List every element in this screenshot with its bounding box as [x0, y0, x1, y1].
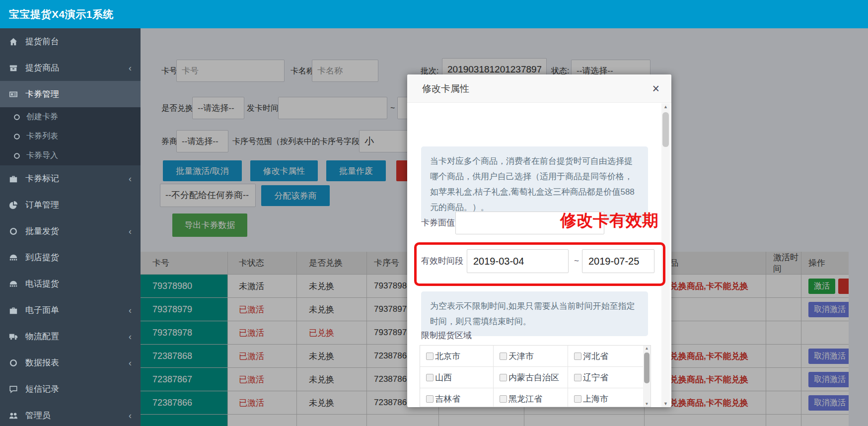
region-checkbox[interactable]: [500, 353, 507, 360]
region-option[interactable]: 天津市: [494, 346, 568, 367]
region-option[interactable]: 山西: [420, 367, 494, 388]
region-option[interactable]: 黑龙江省: [494, 388, 568, 407]
region-checkbox[interactable]: [574, 374, 581, 381]
scroll-down-icon[interactable]: ▼: [661, 401, 670, 406]
sidebar-item-label: 数据报表: [25, 357, 59, 368]
circle-o-icon: [13, 132, 21, 141]
scroll-up-icon[interactable]: ▲: [661, 104, 670, 109]
close-icon[interactable]: ×: [652, 81, 659, 95]
id-card-icon: [8, 90, 19, 99]
region-grid: 北京市 天津市 河北省 山西 内蒙古自治区 辽宁省 吉林省 黑龙江省 上海市 ▲…: [420, 345, 651, 407]
sidebar-item-create-card[interactable]: 创建卡券: [0, 107, 141, 127]
chevron-left-icon: ‹: [129, 174, 132, 183]
face-value-label: 卡券面值: [421, 212, 455, 234]
valid-end-date-input[interactable]: [582, 249, 654, 273]
sidebar-item-e-waybill[interactable]: 电子面单 ‹: [0, 297, 141, 323]
sidebar: 提货前台 提货商品 ‹ 卡券管理 创建卡券 卡券列表 卡券导入 卡券标记 ‹ 订…: [0, 28, 141, 426]
comment-icon: [8, 385, 19, 394]
sidebar-item-card-import[interactable]: 卡券导入: [0, 146, 141, 165]
scrollbar-thumb[interactable]: [644, 353, 650, 383]
region-option[interactable]: 辽宁省: [568, 367, 644, 388]
sidebar-item-label: 订单管理: [25, 199, 59, 211]
region-limit-label: 限制提货区域: [421, 330, 472, 341]
region-grid-scrollbar[interactable]: ▲ ▼: [643, 346, 651, 407]
date-tilde: ~: [574, 249, 579, 273]
phone-tty-icon: [8, 280, 19, 288]
sidebar-item-store-pickup[interactable]: 到店提货: [0, 244, 141, 271]
region-option[interactable]: 吉林省: [420, 388, 494, 407]
circle-o-icon: [13, 113, 21, 122]
region-checkbox[interactable]: [574, 395, 581, 403]
valid-start-date-input[interactable]: [467, 249, 569, 273]
chevron-left-icon: ‹: [129, 306, 132, 315]
chevron-left-icon: ‹: [129, 358, 132, 367]
app-title: 宝宝提货X4演示1系统: [0, 7, 114, 21]
box-icon: [8, 64, 19, 72]
modal-titlebar: 修改卡属性 ×: [407, 74, 671, 103]
sidebar-item-logistics-config[interactable]: 物流配置 ‹: [0, 323, 141, 350]
scroll-up-icon[interactable]: ▲: [643, 346, 651, 351]
sidebar-item-label: 管理员: [25, 410, 51, 421]
region-checkbox[interactable]: [426, 353, 434, 360]
region-checkbox[interactable]: [500, 374, 507, 381]
circle-o-icon: [13, 151, 21, 160]
users-icon: [8, 411, 19, 420]
chevron-left-icon: ‹: [129, 64, 132, 72]
sidebar-item-label: 卡券标记: [25, 173, 59, 184]
sidebar-item-label: 短信记录: [25, 383, 59, 395]
sidebar-item-label: 创建卡券: [26, 112, 58, 122]
sidebar-item-card-mark[interactable]: 卡券标记 ‹: [0, 165, 141, 192]
sidebar-item-data-report[interactable]: 数据报表 ‹: [0, 350, 141, 376]
modal-title: 修改卡属性: [422, 74, 469, 103]
sidebar-item-label: 电话提货: [25, 278, 59, 289]
sidebar-item-label: 提货商品: [25, 62, 59, 73]
region-option[interactable]: 上海市: [568, 388, 644, 407]
annotation-text: 修改卡有效期: [560, 210, 658, 232]
chevron-left-icon: ‹: [129, 332, 132, 341]
sidebar-item-label: 卡券导入: [26, 150, 58, 161]
pie-chart-icon: [8, 201, 19, 210]
region-option[interactable]: 内蒙古自治区: [494, 367, 568, 388]
briefcase-icon: [8, 174, 19, 183]
circle-o-icon: [8, 227, 19, 236]
sidebar-item-sms-log[interactable]: 短信记录: [0, 376, 141, 402]
sidebar-item-card-list[interactable]: 卡券列表: [0, 127, 141, 146]
region-option[interactable]: 北京市: [420, 346, 494, 367]
sidebar-item-pickup-front[interactable]: 提货前台: [0, 28, 141, 55]
sidebar-item-phone-pickup[interactable]: 电话提货: [0, 271, 141, 297]
region-option[interactable]: 河北省: [568, 346, 644, 367]
home-icon: [8, 37, 19, 46]
sidebar-item-label: 到店提货: [25, 252, 59, 263]
scrollbar-thumb[interactable]: [662, 112, 669, 147]
truck-icon: [8, 332, 19, 341]
modal-scrollbar[interactable]: ▲ ▼: [661, 103, 670, 407]
sidebar-item-label: 物流配置: [25, 331, 59, 342]
region-checkbox[interactable]: [426, 374, 434, 381]
sidebar-item-label: 电子面单: [25, 304, 59, 316]
sidebar-item-label: 批量发货: [25, 225, 59, 237]
sidebar-item-label: 卡券管理: [25, 88, 59, 100]
region-checkbox[interactable]: [426, 395, 434, 403]
chevron-left-icon: ‹: [129, 227, 132, 236]
circle-o-icon: [8, 358, 19, 367]
scroll-down-icon[interactable]: ▼: [643, 402, 651, 406]
sidebar-item-batch-ship[interactable]: 批量发货 ‹: [0, 218, 141, 244]
phone-tty-icon: [8, 253, 19, 262]
sidebar-item-card-management[interactable]: 卡券管理: [0, 81, 141, 107]
sidebar-item-label: 提货前台: [25, 36, 59, 47]
sidebar-item-order-management[interactable]: 订单管理: [0, 192, 141, 218]
chevron-left-icon: ‹: [129, 411, 132, 420]
app-header: 宝宝提货X4演示1系统: [0, 0, 868, 28]
valid-period-label: 有效时间段: [421, 249, 463, 273]
sidebar-item-admin[interactable]: 管理员 ‹: [0, 402, 141, 426]
modify-card-props-modal: 修改卡属性 × 当卡对应多个商品，消费者在前台提货时可自由选择提哪个商品，供用户…: [407, 74, 671, 407]
region-checkbox[interactable]: [500, 395, 507, 403]
sidebar-item-label: 卡券列表: [26, 131, 58, 142]
sidebar-item-pickup-goods[interactable]: 提货商品 ‹: [0, 55, 141, 81]
region-checkbox[interactable]: [574, 353, 581, 360]
briefcase-icon: [8, 306, 19, 315]
